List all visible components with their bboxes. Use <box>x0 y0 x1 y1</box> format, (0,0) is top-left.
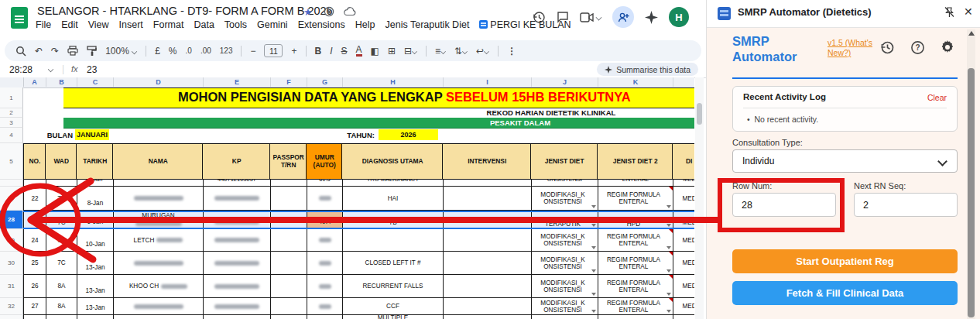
cell-wad[interactable]: 7C <box>46 211 77 229</box>
cell-no[interactable]: 22 <box>23 187 46 211</box>
cell-jenist-diet-2[interactable]: REGIM FORMULA ENTERAL <box>598 187 673 211</box>
cell-kp[interactable] <box>204 252 271 275</box>
next-rn-seq-input[interactable] <box>854 193 958 217</box>
document-title[interactable]: SELANGOR - HTARKLANG - DT9- FORM A FORM … <box>37 5 333 17</box>
name-box-chevron[interactable] <box>48 67 53 72</box>
menu-item-view[interactable]: View <box>88 19 109 30</box>
cell-nama[interactable] <box>114 315 204 319</box>
borders-icon[interactable]: ⊞ <box>388 46 396 57</box>
cell-pass[interactable] <box>271 315 307 319</box>
dropdown-arrow-icon[interactable] <box>591 205 596 208</box>
cell-di[interactable] <box>673 315 694 319</box>
cell-intervensi[interactable] <box>444 187 532 211</box>
row-header-27[interactable]: 27 <box>0 187 23 211</box>
cell-umur[interactable] <box>307 229 343 252</box>
dropdown-arrow-icon[interactable] <box>591 310 596 313</box>
fetch-fill-clinical-data-button[interactable]: Fetch & Fill Clinical Data <box>732 281 958 305</box>
zoom-select[interactable]: 100% <box>105 46 137 57</box>
cell-passport[interactable] <box>271 229 307 252</box>
cell-tarikh[interactable] <box>77 315 114 319</box>
menu-item-help[interactable]: Help <box>355 19 375 30</box>
header-cell-no-[interactable]: NO. <box>23 143 46 180</box>
column-header-I[interactable]: I <box>444 77 532 87</box>
column-header-B[interactable]: B <box>46 77 77 87</box>
cell-tarikh[interactable]: 9-Jan <box>77 211 114 229</box>
cell-jenist-diet[interactable]: MODIFIKASI_K ONSISTENSI <box>532 187 598 211</box>
cell-tarikh[interactable]: 10-Jan <box>77 229 114 252</box>
name-box[interactable]: 28:28 <box>9 64 33 75</box>
menu-item-extensions[interactable]: Extensions <box>298 19 345 30</box>
cell-di[interactable]: MED <box>673 298 694 315</box>
cell-tarikh[interactable]: 7-Jan <box>77 180 114 187</box>
cell-no[interactable]: 27 <box>23 298 46 315</box>
cell-no[interactable] <box>23 180 46 187</box>
cell-interv[interactable] <box>444 315 532 319</box>
italic-icon[interactable]: I <box>330 46 332 57</box>
cell-passport[interactable] <box>271 275 307 298</box>
cell-passport[interactable] <box>271 211 307 229</box>
unpin-icon[interactable] <box>944 6 955 19</box>
cell-diagnosis[interactable]: HAI <box>343 187 444 211</box>
clear-log-link[interactable]: Clear <box>927 93 947 102</box>
cell-passport[interactable] <box>271 252 307 275</box>
row-header-28[interactable]: 28 <box>0 211 23 229</box>
increase-font-icon[interactable]: + <box>291 46 296 57</box>
cell-jd[interactable] <box>532 315 598 319</box>
row-header-29[interactable]: 29 <box>0 229 23 252</box>
row-header-2[interactable]: 2 <box>0 108 23 118</box>
header-cell-passport-rn[interactable]: PASSPORT/RN <box>269 143 307 180</box>
text-color-icon[interactable]: A <box>356 46 362 57</box>
cell-umur[interactable]: 40.4 <box>307 211 343 229</box>
cell-nama[interactable]: KHOO CH <box>114 275 204 298</box>
menu-item-jenis-teraputik-diet[interactable]: Jenis Teraputik Diet <box>385 19 470 30</box>
decrease-decimal-icon[interactable]: .0 <box>186 46 192 55</box>
cell-wad[interactable] <box>46 180 77 187</box>
section-banner[interactable]: PESAKIT DALAM <box>63 118 694 129</box>
cell-umur[interactable] <box>307 298 343 315</box>
cell-pass[interactable] <box>271 180 307 187</box>
dropdown-arrow-icon[interactable] <box>591 246 596 249</box>
version-history-icon[interactable] <box>533 11 546 24</box>
column-header-F[interactable]: F <box>271 77 307 87</box>
cell-nama[interactable]: MURUGAN <box>114 211 204 229</box>
tahun-value[interactable]: 2026 <box>379 129 438 140</box>
search-icon[interactable] <box>15 46 26 57</box>
horizontal-align-icon[interactable]: ≡ <box>435 46 446 57</box>
sheet-row-partial-top[interactable]: 7-Jan44071210305761.5TRO MALIGNANCYONSIS… <box>0 180 694 187</box>
cell-umur[interactable]: 61.5 <box>307 180 343 187</box>
menu-item-data[interactable]: Data <box>194 19 214 30</box>
settings-gear-icon[interactable] <box>940 39 955 55</box>
decrease-font-icon[interactable]: − <box>250 46 255 57</box>
cell-diag[interactable]: TRO MALIGNANCY <box>343 180 444 187</box>
menu-item-edit[interactable]: Edit <box>61 19 78 30</box>
cell-wad[interactable]: 7C <box>46 187 77 211</box>
sidebar-scrollbar-thumb[interactable] <box>968 68 975 317</box>
bold-icon[interactable]: B <box>315 46 322 57</box>
menu-item-gemini[interactable]: Gemini <box>257 19 288 30</box>
header-cell-di[interactable]: DI <box>672 143 694 180</box>
row-num-input[interactable] <box>732 193 836 217</box>
sheet-row[interactable]: 32278A13-JanCCFMODIFIKASI_K ONSISTENSIRE… <box>0 298 694 315</box>
cell-no[interactable]: 26 <box>23 275 46 298</box>
dropdown-arrow-icon[interactable] <box>591 269 596 273</box>
cell-wad[interactable]: 7C <box>46 252 77 275</box>
account-avatar[interactable]: H <box>669 7 689 27</box>
cell-jd2[interactable] <box>598 315 673 319</box>
consultation-type-select[interactable]: Individu <box>732 149 958 173</box>
cell-diagnosis[interactable] <box>343 229 444 252</box>
row-header-partial[interactable] <box>0 315 23 319</box>
cell-interv[interactable] <box>444 180 532 187</box>
header-cell-kp[interactable]: KP <box>202 143 271 180</box>
dropdown-arrow-icon[interactable] <box>591 293 596 296</box>
cell-tarikh[interactable]: 13-Jan <box>77 252 114 275</box>
cell-jenist-diet[interactable]: MODIFIKASI_K ONSISTENSI <box>532 275 598 298</box>
sheet-vertical-scrollbar[interactable] <box>695 77 704 319</box>
cell-wad[interactable]: 8A <box>46 229 77 252</box>
cell-di[interactable]: MED <box>673 211 694 229</box>
menu-item-insert[interactable]: Insert <box>119 19 143 30</box>
sheet-row-partial-bottom[interactable]: MULTIPLE <box>0 315 694 319</box>
spreadsheet-grid[interactable]: ABCDEFGHIJK 1 2 3 4 5 MOHON PENGISIAN DA… <box>0 77 694 319</box>
header-cell-umur-auto-[interactable]: UMUR (AUTO) <box>306 143 343 180</box>
cell-jenist-diet-2[interactable]: HPD <box>598 211 673 229</box>
dropdown-arrow-icon[interactable] <box>666 310 671 313</box>
